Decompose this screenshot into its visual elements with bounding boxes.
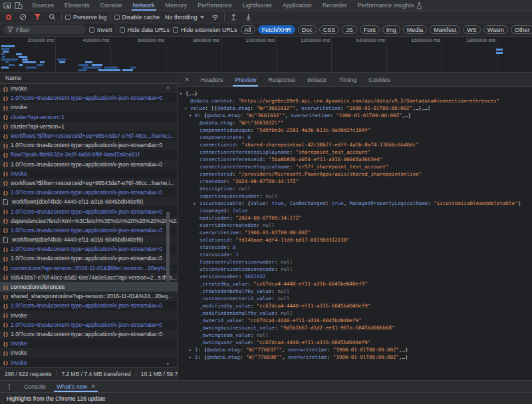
request-row[interactable]: ( )invoke — [0, 102, 178, 112]
drawer-tab-console[interactable]: Console — [19, 381, 51, 392]
drawer-tab-what-s-new[interactable]: What's new× — [51, 381, 100, 392]
detail-tab-cookies[interactable]: Cookies — [362, 73, 396, 87]
request-row[interactable]: ( )98543da7-e76f-48cc-a5d2-6ae74a8e5acc?… — [0, 273, 178, 282]
request-row[interactable]: workflows(d0ef4bdc-4440-ef11-a316-6045bd… — [0, 235, 178, 244]
filter-pill-media[interactable]: Media — [403, 25, 428, 34]
preview-line[interactable]: _owninguser_value: "cc67dca4-4440-ef11-a… — [178, 339, 532, 346]
preview-line[interactable]: overwritetime: "1900-01-01T00:00:00Z" — [178, 229, 532, 236]
request-row[interactable]: ( )invoke — [0, 339, 178, 348]
preview-line[interactable]: ▾{,…} — [178, 90, 532, 97]
preview-line[interactable]: utcconversiontimezonecode: null — [178, 266, 532, 273]
tab-network[interactable]: Network — [128, 0, 160, 11]
filter-pill-ws[interactable]: WS — [463, 25, 481, 34]
request-row[interactable]: ( )1.0/?cors=true&content-type=applicati… — [0, 329, 178, 339]
tab-lighthouse[interactable]: Lighthouse — [237, 0, 277, 11]
preview-line[interactable]: componentidunique: "5d0f0e3c-2581-4a36-b… — [178, 126, 532, 134]
preview-line[interactable]: solutionid: "fd140aae-4df4-11dd-bd17-001… — [178, 236, 532, 244]
request-row[interactable]: ( )workflows?$filter=resourceid+eq+98543… — [0, 131, 178, 140]
tree-collapsed-icon[interactable]: ▸ — [189, 354, 195, 361]
request-row[interactable]: ( )connectionreferences — [0, 282, 178, 292]
preview-line[interactable]: ▾0: {@odata.etag: "W/"3661032"", overwri… — [178, 112, 532, 119]
preview-line[interactable]: componentstate: 0 — [178, 134, 532, 141]
invert-checkbox[interactable]: Invert — [89, 27, 112, 33]
preview-line[interactable]: @odata.context: "https://orge6ec09e9.api… — [178, 97, 532, 104]
request-row[interactable]: ( )1.0/?cors=true&content-type=applicati… — [0, 93, 178, 102]
request-row[interactable]: ( )1.0/?cors=true&content-type=applicati… — [0, 244, 178, 254]
tab-console[interactable]: Console — [95, 0, 128, 11]
request-row[interactable]: ( )workflows?$filter=resourceid+eq+98543… — [0, 178, 178, 188]
preview-line[interactable]: description: null — [178, 185, 532, 192]
tab-memory[interactable]: Memory — [160, 0, 193, 11]
network-conditions-icon[interactable] — [209, 11, 221, 23]
request-row[interactable]: ( )1.0/?cors=true&content-type=applicati… — [0, 206, 178, 216]
record-button[interactable] — [3, 11, 14, 23]
preview-line[interactable]: _createdby_value: "cc67dca4-4440-ef11-a3… — [178, 280, 532, 288]
request-row[interactable]: ( )flow/?puid=fbb9632a-3a2f-4a88-bfbf-4a… — [0, 150, 178, 159]
preview-line[interactable]: timezoneruleversionnumber: null — [178, 258, 532, 266]
request-row[interactable]: ( )invoke — [0, 357, 178, 367]
request-row[interactable]: ( )invoke — [0, 348, 178, 357]
filter-pill-fetch-xhr[interactable]: Fetch/XHR — [258, 25, 295, 34]
tab-recorder[interactable]: Recorder — [317, 0, 352, 11]
request-row[interactable]: ( )cluster?api-version=1 — [0, 122, 178, 131]
filter-pill-img[interactable]: Img — [382, 25, 400, 34]
preview-line[interactable]: statuscode: 1 — [178, 251, 532, 258]
preview-line[interactable]: ▾value: [{@odata.etag: "W/"3661032"", ov… — [178, 104, 532, 112]
tab-application[interactable]: Application — [277, 0, 317, 11]
detail-tab-response[interactable]: Response — [262, 73, 301, 87]
close-icon[interactable]: × — [91, 383, 95, 390]
detail-tab-preview[interactable]: Preview — [229, 73, 262, 87]
preview-line[interactable]: _owningbusinessunit_value: "9d5b1b67-d1d… — [178, 324, 532, 331]
preview-line[interactable]: ▸1: {@odata.etag: "W/"776037"", overwrit… — [178, 346, 532, 353]
hide-extension-urls-checkbox[interactable]: Hide extension URLs — [173, 27, 237, 33]
preview-line[interactable]: @odata.etag: "W/\"3661032\"" — [178, 119, 532, 126]
filter-pill-manifest[interactable]: Manifest — [430, 25, 460, 34]
tab-sources[interactable]: Sources — [27, 0, 59, 11]
clear-button[interactable] — [17, 11, 29, 23]
request-row[interactable]: ( )connections?api-version=2016-11-01&$f… — [0, 264, 178, 273]
filter-pill-wasm[interactable]: Wasm — [483, 25, 508, 34]
detail-tab-timing[interactable]: Timing — [333, 73, 363, 87]
preview-line[interactable]: connectionreferenceid: "5ba8b836-a054-ef… — [178, 156, 532, 163]
preview-line[interactable]: _ownerid_value: "cc67dca4-4440-ef11-a316… — [178, 317, 532, 324]
preview-line[interactable]: connectionid: "shared-sharepointonl-42c3… — [178, 141, 532, 148]
tab-elements[interactable]: Elements — [59, 0, 95, 11]
request-row[interactable]: ( )1.0/?cors=true&content-type=applicati… — [0, 160, 178, 169]
close-detail-icon[interactable]: × — [180, 76, 194, 83]
request-row[interactable]: ( )1.0/?cors=true&content-type=applicati… — [0, 301, 178, 310]
inspect-element-icon[interactable] — [1, 0, 13, 11]
preview-line[interactable]: _modifiedonbehalfby_value: null — [178, 309, 532, 317]
request-row[interactable]: workflows(d0ef4bdc-4440-ef11-a316-6045bd… — [0, 197, 178, 206]
detail-tab-initiator[interactable]: Initiator — [301, 73, 333, 87]
preview-line[interactable]: _createdonbehalfby_value: null — [178, 288, 532, 295]
filter-input[interactable]: Filter — [3, 25, 86, 34]
request-row[interactable]: ( )1.0/?cors=true&content-type=applicati… — [0, 140, 178, 150]
search-icon[interactable] — [47, 11, 58, 23]
preview-line[interactable]: ismanaged: false — [178, 207, 532, 214]
filter-toggle-icon[interactable] — [32, 11, 43, 23]
preview-line[interactable]: _modifiedby_value: "cc67dca4-4440-ef11-a… — [178, 302, 532, 309]
preview-line[interactable]: connectionreferencelogicalname: "cr57f_s… — [178, 163, 532, 170]
preview-line[interactable]: _customconnectorid_value: null — [178, 295, 532, 302]
filter-pill-other[interactable]: Other — [511, 25, 532, 34]
hide-data-urls-checkbox[interactable]: Hide data URLs — [120, 27, 170, 33]
request-row[interactable]: ( )cluster?api-version=1 — [0, 112, 178, 122]
preview-line[interactable]: modifiedon: "2024-08-07T09:34:17Z" — [178, 214, 532, 222]
request-row[interactable]: ( )1.0/?cors=true&content-type=applicati… — [0, 320, 178, 329]
tab-performance-insights[interactable]: Performance insights — [352, 0, 428, 11]
request-row[interactable]: ( )1.0/?cors=true&content-type=applicati… — [0, 188, 178, 197]
request-row[interactable]: ( )dependencies?fetchXml=%3Cfetch%3E%0A%… — [0, 216, 178, 226]
preview-line[interactable]: overriddencreatedon: null — [178, 222, 532, 229]
request-row[interactable]: ( )invoke — [0, 84, 178, 93]
request-row[interactable]: ( )invoke — [0, 169, 178, 178]
preview-line[interactable]: versionnumber: 3661032 — [178, 273, 532, 280]
request-row[interactable]: ( )shared_sharepointonline?api-version=2… — [0, 292, 178, 301]
preview-line[interactable]: _owningteam_value: null — [178, 331, 532, 339]
request-row[interactable]: ( )1.0/?cors=true&content-type=applicati… — [0, 226, 178, 235]
preview-line[interactable]: connectorid: "/providers/Microsoft.Power… — [178, 170, 532, 178]
preserve-log-checkbox[interactable]: Preserve log — [65, 14, 107, 21]
preview-line[interactable]: statecode: 0 — [178, 244, 532, 251]
preview-line[interactable]: ▸2: {@odata.etag: "W/"776038"", overwrit… — [178, 353, 532, 361]
tab-performance[interactable]: Performance — [192, 0, 237, 11]
export-har-icon[interactable] — [243, 11, 254, 23]
